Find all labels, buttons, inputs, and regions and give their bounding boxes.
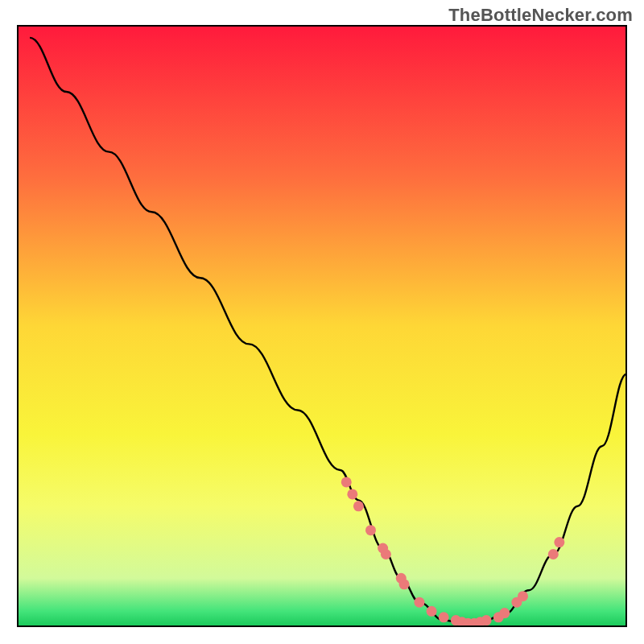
chart-container: TheBottleNecker.com (0, 0, 644, 644)
highlight-point (414, 597, 424, 608)
gradient-background (18, 26, 626, 626)
highlight-point (347, 489, 357, 499)
highlight-point (381, 549, 391, 559)
highlight-point (518, 591, 528, 601)
highlight-point (341, 477, 352, 487)
highlight-point (554, 537, 564, 547)
watermark-text: TheBottleNecker.com (448, 5, 633, 26)
highlight-point (439, 612, 449, 622)
highlight-point (548, 549, 559, 559)
highlight-point (427, 606, 437, 617)
bottleneck-chart (0, 0, 644, 644)
highlight-point (481, 615, 492, 625)
highlight-point (499, 608, 510, 618)
highlight-point (399, 579, 410, 589)
highlight-point (353, 501, 364, 511)
highlight-point (365, 525, 376, 535)
